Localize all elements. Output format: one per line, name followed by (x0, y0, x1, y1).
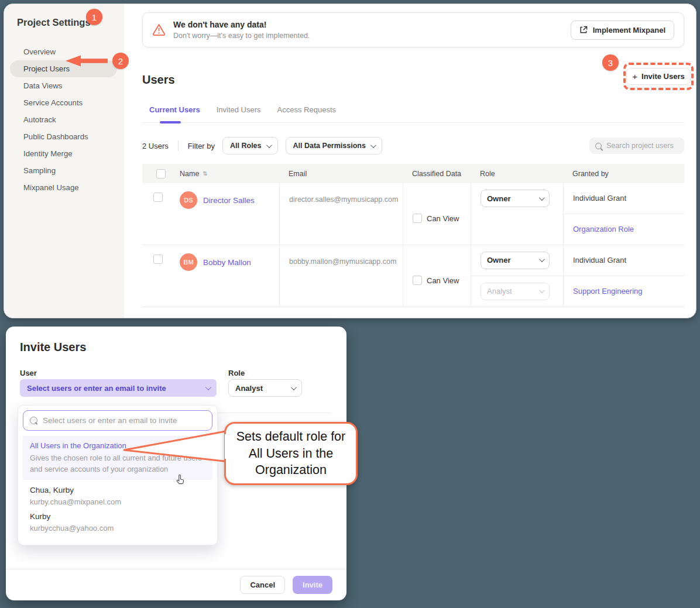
modal-footer: Cancel Invite (6, 569, 346, 600)
annotation-step-3-badge: 3 (602, 54, 619, 71)
sidebar-item-public-dashboards[interactable]: Public Dashboards (4, 128, 124, 145)
tab-invited-users[interactable]: Invited Users (217, 105, 261, 114)
invite-users-button[interactable]: + Invite Users (626, 68, 690, 85)
role-select[interactable]: Owner (481, 252, 550, 269)
banner-text: We don't have any data! Don't worry—it's… (173, 20, 310, 40)
users-table: Name ⇅ Email Classified Data Role Grante… (142, 164, 684, 307)
annotation-highlight-box: + Invite Users (623, 63, 694, 90)
users-tabs: Current Users Invited Users Access Reque… (142, 105, 684, 123)
classified-data-cell: Can View (403, 183, 471, 245)
all-data-permissions-dropdown[interactable]: All Data Permissions (286, 137, 382, 154)
invite-button[interactable]: Invite (293, 576, 332, 594)
project-settings-page: Project Settings Overview Project Users … (4, 4, 696, 318)
row-select-cell (142, 245, 170, 307)
chevron-down-icon (539, 256, 545, 262)
can-view-checkbox[interactable] (413, 276, 422, 285)
col-header-name[interactable]: Name ⇅ (170, 170, 279, 178)
table-row: DS Director Salles director.salles@mymus… (142, 183, 684, 245)
hand-cursor-icon (175, 475, 186, 485)
email-cell: director.salles@mymusicapp.com (279, 183, 403, 245)
table-toolbar: 2 Users Filter by All Roles All Data Per… (142, 137, 684, 154)
role-cell: Owner (471, 183, 563, 245)
screenshot-root: { "annotations": { "step1": "1", "step2"… (0, 0, 700, 608)
user-select-dropdown[interactable]: Select users or enter an email to invite (20, 379, 217, 397)
tab-current-users[interactable]: Current Users (149, 105, 200, 114)
sidebar-item-service-accounts[interactable]: Service Accounts (4, 94, 124, 111)
grant-source-link[interactable]: Support Engineering (573, 287, 643, 296)
chevron-down-icon (539, 287, 545, 293)
annotation-callout: Sets default role for All Users in the O… (224, 422, 358, 485)
page-title: Users (142, 73, 684, 87)
all-roles-dropdown[interactable]: All Roles (222, 137, 278, 154)
chevron-down-icon (539, 195, 545, 201)
row-checkbox[interactable] (153, 193, 163, 202)
sort-icon[interactable]: ⇅ (203, 170, 207, 177)
granted-by-cell: Individual Grant Support Engineering (563, 245, 684, 307)
user-name-link[interactable]: Bobby Mallon (203, 258, 251, 267)
annotation-step-2-badge: 2 (112, 53, 129, 69)
settings-main-panel: We don't have any data! Don't worry—it's… (124, 4, 696, 318)
option-all-users-in-organization[interactable]: All Users in the Organization Gives the … (23, 436, 212, 480)
search-project-users-box (589, 138, 684, 154)
name-cell: BM Bobby Mallon (170, 245, 279, 307)
option-user[interactable]: Kurby kurbycchua@yahoo.com (23, 506, 212, 533)
col-header-role: Role (471, 170, 563, 178)
grant-source-link[interactable]: Organization Role (573, 225, 634, 233)
grant-source: Individual Grant (573, 256, 626, 265)
sidebar-item-autotrack[interactable]: Autotrack (4, 111, 124, 128)
implement-mixpanel-button[interactable]: Implement Mixpanel (571, 20, 674, 40)
sidebar-item-mixpanel-usage[interactable]: Mixpanel Usage (4, 179, 124, 196)
can-view-checkbox[interactable] (413, 214, 422, 223)
user-search-input[interactable] (43, 416, 205, 425)
grant-source: Individual Grant (573, 194, 626, 202)
settings-sidebar: Project Settings Overview Project Users … (4, 4, 124, 318)
email-cell: bobby.mallon@mymusicapp.com (279, 245, 403, 307)
chevron-down-icon (370, 142, 376, 148)
active-tab-indicator (160, 121, 181, 123)
select-all-cell (142, 169, 170, 178)
annotation-arrow-icon (66, 55, 108, 67)
col-header-granted-by: Granted by (563, 170, 684, 178)
user-name-link[interactable]: Director Salles (203, 196, 255, 205)
warning-icon (152, 24, 166, 36)
external-link-icon (579, 26, 588, 34)
role-select[interactable]: Owner (481, 190, 550, 207)
tab-access-requests[interactable]: Access Requests (277, 105, 336, 114)
user-select-dropdown-panel: All Users in the Organization Gives the … (18, 405, 218, 545)
row-select-cell (142, 183, 170, 245)
name-cell: DS Director Salles (170, 183, 279, 245)
chevron-down-icon (291, 384, 297, 390)
cancel-button[interactable]: Cancel (240, 576, 285, 594)
user-count: 2 Users (142, 142, 169, 150)
col-header-email: Email (279, 170, 403, 178)
search-project-users-input[interactable] (606, 142, 678, 150)
avatar: DS (180, 191, 197, 209)
table-header-row: Name ⇅ Email Classified Data Role Grante… (142, 164, 684, 183)
no-data-banner: We don't have any data! Don't worry—it's… (142, 12, 684, 47)
role-select-disabled: Analyst (481, 283, 550, 300)
granted-by-cell: Individual Grant Organization Role (563, 183, 684, 245)
sidebar-item-identity-merge[interactable]: Identity Merge (4, 145, 124, 162)
callout-tail-joint (225, 434, 228, 459)
sidebar-item-sampling[interactable]: Sampling (4, 162, 124, 179)
sidebar-title: Project Settings (4, 17, 124, 28)
table-row: BM Bobby Mallon bobby.mallon@mymusicapp.… (142, 245, 684, 307)
role-cell: Owner Analyst (471, 245, 563, 307)
banner-title: We don't have any data! (173, 20, 310, 29)
user-search-box (23, 410, 212, 431)
sidebar-item-data-views[interactable]: Data Views (4, 77, 124, 94)
search-icon (30, 417, 37, 424)
select-all-checkbox[interactable] (156, 169, 166, 178)
classified-data-cell: Can View (403, 245, 471, 307)
row-checkbox[interactable] (153, 255, 163, 264)
filter-by-label: Filter by (188, 142, 215, 150)
avatar: BM (180, 253, 197, 271)
plus-icon: + (632, 72, 637, 81)
col-header-classified-data: Classified Data (403, 170, 471, 178)
chevron-down-icon (266, 142, 272, 148)
role-select-dropdown[interactable]: Analyst (228, 379, 302, 397)
chevron-down-icon (205, 384, 211, 390)
role-field-label: Role (228, 369, 245, 377)
annotation-step-1-badge: 1 (86, 9, 102, 25)
modal-title: Invite Users (20, 341, 86, 354)
